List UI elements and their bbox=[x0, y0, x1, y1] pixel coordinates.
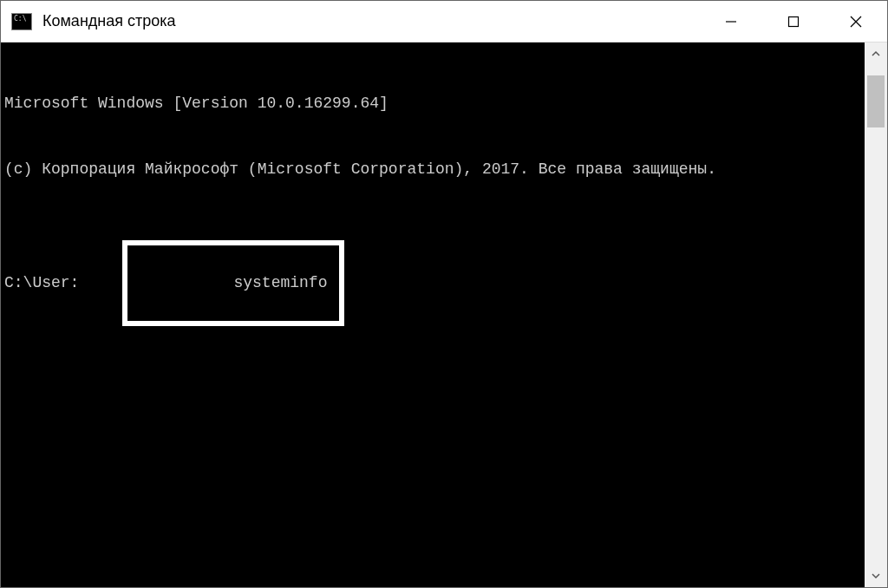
window-controls bbox=[700, 1, 887, 42]
maximize-button[interactable] bbox=[762, 1, 825, 42]
close-button[interactable] bbox=[825, 1, 887, 42]
app-icon: C:\ bbox=[11, 13, 32, 30]
prompt-line: C:\User: systeminfo bbox=[4, 240, 861, 327]
chevron-down-icon bbox=[871, 571, 881, 581]
minimize-button[interactable] bbox=[700, 1, 762, 42]
titlebar[interactable]: C:\ Командная строка bbox=[1, 1, 887, 42]
close-icon bbox=[849, 15, 863, 29]
command-prompt-window: C:\ Командная строка Microsoft Windows [… bbox=[0, 0, 888, 588]
scroll-up-button[interactable] bbox=[865, 42, 887, 65]
svg-rect-1 bbox=[789, 16, 799, 26]
command-text: systeminfo bbox=[233, 274, 327, 291]
scroll-down-button[interactable] bbox=[865, 565, 887, 587]
vertical-scrollbar[interactable] bbox=[865, 42, 887, 587]
scroll-track[interactable] bbox=[865, 65, 887, 565]
terminal-line-version: Microsoft Windows [Version 10.0.16299.64… bbox=[4, 93, 861, 114]
window-title: Командная строка bbox=[42, 12, 700, 30]
terminal-line-copyright: (c) Корпорация Майкрософт (Microsoft Cor… bbox=[4, 159, 861, 180]
scroll-thumb[interactable] bbox=[867, 75, 885, 127]
terminal-output[interactable]: Microsoft Windows [Version 10.0.16299.64… bbox=[1, 42, 865, 587]
prompt-path: C:\User: bbox=[4, 272, 79, 294]
app-icon-text: C:\ bbox=[14, 16, 26, 23]
chevron-up-icon bbox=[871, 49, 881, 59]
content-area: Microsoft Windows [Version 10.0.16299.64… bbox=[1, 42, 887, 587]
maximize-icon bbox=[787, 15, 800, 29]
command-highlight-box: systeminfo bbox=[122, 240, 344, 327]
minimize-icon bbox=[724, 15, 738, 29]
